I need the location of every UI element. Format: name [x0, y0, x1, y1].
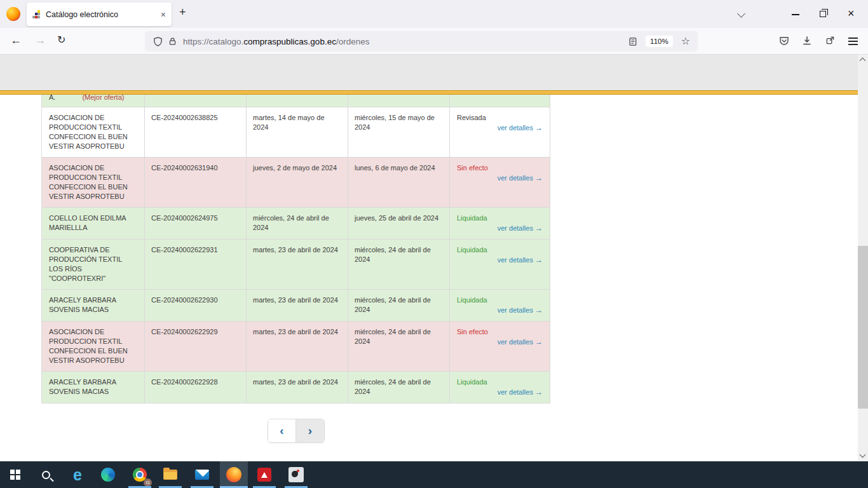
- provider-cell: ARACELY BARBARA SOVENIS MACIAS: [42, 290, 145, 321]
- status-cell: Revisada ver detalles →: [450, 107, 550, 157]
- response-date-cell: miércoles, 15 de mayo de 2024: [348, 107, 450, 157]
- site-header: SERCOP SERVICIO NACIONAL DE CONTRATACIÓN…: [0, 55, 868, 90]
- menu-hamburger-icon[interactable]: [848, 37, 858, 47]
- arrow-right-icon: →: [535, 306, 543, 315]
- sent-date-cell: martes, 23 de abril de 2024: [247, 240, 348, 289]
- firefox-icon: [226, 467, 241, 482]
- status-cell: Liquidada ver detalles →: [450, 290, 550, 321]
- minimize-button[interactable]: [792, 14, 799, 15]
- status-cell: Sin efecto ver detalles →: [450, 158, 550, 207]
- windows-taskbar: e G 1 31°C Parc. soleado ∧: [0, 461, 868, 488]
- url-bar[interactable]: https://catalogo.compraspublicas.gob.ec/…: [145, 31, 698, 51]
- taskbar-java-app-button[interactable]: [282, 461, 310, 488]
- provider-cell: ARACELY BARBARA SOVENIS MACIAS: [42, 372, 145, 403]
- taskbar-edge-button[interactable]: [94, 461, 122, 488]
- restore-button[interactable]: [820, 11, 826, 17]
- zoom-level-button[interactable]: 110%: [646, 36, 673, 47]
- lock-icon[interactable]: [168, 37, 177, 46]
- table-row: ASOCIACION DE PRODUCCION TEXTIL CONFECCI…: [42, 107, 550, 158]
- scroll-down-icon[interactable]: [860, 452, 866, 458]
- status-badge: Sin efecto: [457, 163, 543, 173]
- order-code-cell: CE-20240002622929: [145, 322, 247, 371]
- scrollbar-thumb[interactable]: [858, 246, 868, 409]
- sent-date-cell: miércoles, 24 de abril de 2024: [247, 208, 348, 239]
- order-code-cell: CE-20240002631940: [145, 158, 247, 207]
- pagination-next-button[interactable]: ›: [296, 419, 324, 442]
- table-row: COOPERATIVA DE PRODUCCIÓN TEXTIL LOS RÍO…: [42, 240, 550, 290]
- pocket-icon[interactable]: [779, 36, 789, 46]
- send-to-device-icon[interactable]: [825, 36, 835, 45]
- ver-detalles-link[interactable]: ver detalles: [498, 124, 533, 132]
- arrow-right-icon: →: [535, 337, 543, 346]
- ver-detalles-link[interactable]: ver detalles: [498, 388, 533, 396]
- mejor-oferta-tag: (Mejor oferta): [82, 95, 124, 101]
- taskbar-firefox-button[interactable]: [220, 461, 248, 488]
- acrobat-icon: [257, 468, 271, 482]
- status-cell: Sin efecto ver detalles →: [450, 322, 550, 371]
- response-date-cell: miércoles, 24 de abril de 2024: [348, 322, 450, 371]
- sent-date-cell: jueves, 2 de mayo de 2024: [247, 158, 348, 207]
- response-date-cell: jueves, 25 de abril de 2024: [348, 208, 450, 239]
- response-date-cell: miércoles, 24 de abril de 2024: [348, 372, 450, 403]
- status-cell: Liquidada ver detalles →: [450, 240, 550, 289]
- status-cell: Liquidada ver detalles →: [450, 372, 550, 403]
- tab-list-chevron-icon[interactable]: [737, 10, 745, 18]
- window-close-button[interactable]: ×: [848, 7, 855, 20]
- forward-button[interactable]: →: [34, 34, 46, 47]
- pagination-prev-button[interactable]: ‹: [268, 419, 296, 442]
- search-icon: [42, 471, 50, 479]
- tab-favicon-icon: [32, 10, 41, 18]
- page-scrollbar[interactable]: [858, 55, 868, 461]
- new-tab-button[interactable]: +: [179, 6, 186, 19]
- provider-cell: ASOCIACION DE PRODUCCION TEXTIL CONFECCI…: [42, 107, 145, 157]
- browser-tab[interactable]: Catálogo electrónico ×: [27, 3, 172, 26]
- mail-icon: [195, 470, 209, 480]
- arrow-right-icon: →: [535, 224, 543, 233]
- status-badge: Liquidada: [457, 377, 543, 387]
- ver-detalles-link[interactable]: ver detalles: [498, 224, 533, 232]
- downloads-icon[interactable]: [802, 36, 812, 46]
- order-code-cell: CE-20240002622931: [145, 240, 247, 289]
- provider-cell: COOPERATIVA DE PRODUCCIÓN TEXTIL LOS RÍO…: [42, 240, 145, 289]
- ver-detalles-link[interactable]: ver detalles: [498, 306, 533, 314]
- tab-close-icon[interactable]: ×: [161, 10, 166, 20]
- taskbar-ie-button[interactable]: e: [64, 461, 92, 488]
- gold-divider: [0, 90, 858, 95]
- arrow-right-icon: →: [535, 388, 543, 396]
- taskbar-file-explorer-button[interactable]: [156, 461, 184, 488]
- ver-detalles-link[interactable]: ver detalles: [498, 174, 533, 182]
- status-badge: Liquidada: [457, 245, 543, 255]
- provider-cell: ASOCIACION DE PRODUCCION TEXTIL CONFECCI…: [42, 158, 145, 207]
- table-row: ARACELY BARBARA SOVENIS MACIAS CE-202400…: [42, 290, 550, 322]
- taskbar-acrobat-button[interactable]: [250, 461, 278, 488]
- file-explorer-icon: [163, 470, 177, 480]
- firefox-logo-icon[interactable]: [6, 7, 20, 21]
- shield-icon[interactable]: [153, 37, 163, 46]
- order-code-cell: CE-20240002624975: [145, 208, 247, 239]
- arrow-right-icon: →: [535, 255, 543, 264]
- ver-detalles-link[interactable]: ver detalles: [498, 338, 533, 346]
- scroll-up-icon[interactable]: [860, 58, 866, 64]
- taskbar-chrome-button[interactable]: G: [126, 461, 154, 488]
- page-content: A.(Mejor oferta) ASOCIACION DE PRODUCCIO…: [0, 95, 858, 461]
- bookmark-star-icon[interactable]: ☆: [681, 36, 690, 46]
- provider-cell: ASOCIACION DE PRODUCCION TEXTIL CONFECCI…: [42, 322, 145, 371]
- taskbar-mail-button[interactable]: [188, 461, 216, 488]
- taskbar-search-button[interactable]: [32, 461, 60, 488]
- url-text[interactable]: https://catalogo.compraspublicas.gob.ec/…: [183, 37, 369, 46]
- start-button[interactable]: [1, 461, 29, 488]
- response-date-cell: miércoles, 24 de abril de 2024: [348, 290, 450, 321]
- sent-date-cell: martes, 14 de mayo de 2024: [247, 107, 348, 157]
- tab-title: Catálogo electrónico: [46, 10, 156, 19]
- status-badge: Liquidada: [457, 295, 543, 305]
- arrow-right-icon: →: [535, 123, 543, 132]
- url-domain: compraspublicas.gob.ec: [243, 37, 336, 46]
- edge-icon: [101, 468, 115, 482]
- response-date-cell: lunes, 6 de mayo de 2024: [348, 158, 450, 207]
- back-button[interactable]: ←: [10, 34, 22, 47]
- reload-button[interactable]: ↻: [57, 34, 65, 46]
- status-badge: Sin efecto: [457, 327, 543, 337]
- ver-detalles-link[interactable]: ver detalles: [498, 256, 533, 264]
- reader-mode-icon[interactable]: [628, 37, 637, 46]
- table-row: ARACELY BARBARA SOVENIS MACIAS CE-202400…: [42, 372, 550, 403]
